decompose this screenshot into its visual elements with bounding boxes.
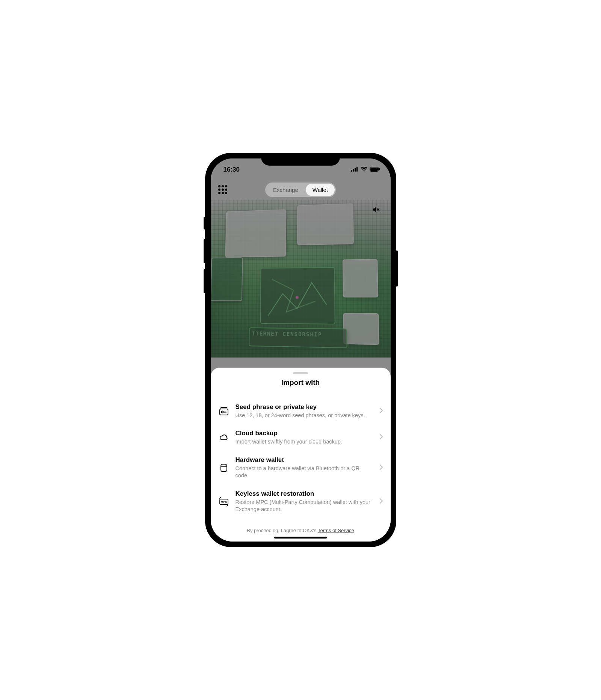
option-title: Hardware wallet — [236, 456, 373, 464]
svg-rect-0 — [351, 170, 352, 172]
sheet-title: Import with — [218, 379, 383, 387]
phone-mute-switch — [204, 217, 206, 229]
cloud-icon — [218, 432, 230, 443]
wifi-icon — [361, 166, 367, 173]
svg-point-7 — [296, 296, 299, 299]
phone-notch — [261, 153, 340, 166]
chevron-right-icon — [379, 464, 383, 472]
hero-banner-text: ITERNET CENSORSHIP — [249, 327, 347, 348]
svg-text:MPC: MPC — [220, 500, 227, 504]
phone-volume-up — [204, 239, 206, 263]
phone-power-button — [396, 250, 398, 287]
svg-rect-10 — [221, 464, 227, 472]
home-indicator[interactable] — [274, 537, 327, 539]
option-seed-phrase[interactable]: Seed phrase or private key Use 12, 18, o… — [218, 398, 383, 425]
option-desc: Import wallet swiftly from your cloud ba… — [236, 438, 373, 446]
terms-prefix: By proceeding, I agree to OKX's — [247, 528, 318, 533]
tab-exchange[interactable]: Exchange — [266, 184, 305, 196]
option-desc: Use 12, 18, or 24-word seed phrases, or … — [236, 412, 373, 419]
svg-rect-1 — [353, 169, 354, 172]
hardware-wallet-icon — [218, 462, 230, 474]
option-cloud-backup[interactable]: Cloud backup Import wallet swiftly from … — [218, 424, 383, 451]
battery-icon — [370, 166, 380, 173]
terms-of-service-link[interactable]: Terms of Service — [318, 528, 354, 533]
svg-rect-2 — [355, 168, 356, 172]
status-time: 16:30 — [223, 166, 240, 173]
option-title: Seed phrase or private key — [236, 403, 373, 411]
app-header: Exchange Wallet — [211, 179, 391, 200]
mode-segmented-control: Exchange Wallet — [265, 183, 336, 197]
phone-volume-down — [204, 269, 206, 293]
svg-rect-6 — [379, 168, 380, 170]
option-title: Keyless wallet restoration — [236, 490, 373, 498]
chevron-right-icon — [379, 434, 383, 441]
device-frame-container: 16:30 E — [111, 129, 490, 571]
option-desc: Connect to a hardware wallet via Bluetoo… — [236, 465, 373, 480]
sheet-drag-handle[interactable] — [293, 372, 308, 374]
phone-outline: 16:30 E — [205, 153, 396, 547]
phone-screen: 16:30 E — [211, 158, 391, 542]
import-bottom-sheet: Import with Seed phrase or private key — [211, 368, 391, 542]
mpc-icon: MPC — [218, 496, 230, 507]
hero-background: ITERNET CENSORSHIP — [211, 200, 391, 358]
option-desc: Restore MPC (Multi-Party Computation) wa… — [236, 499, 373, 513]
terms-footer: By proceeding, I agree to OKX's Terms of… — [218, 528, 383, 533]
menu-grid-icon[interactable] — [218, 185, 227, 194]
key-card-icon — [218, 406, 230, 417]
cellular-icon — [351, 166, 358, 173]
option-keyless-restoration[interactable]: MPC Keyless wallet restoration Restore M… — [218, 485, 383, 519]
svg-rect-3 — [356, 167, 358, 172]
chevron-right-icon — [379, 498, 383, 505]
status-indicators — [351, 166, 380, 173]
option-hardware-wallet[interactable]: Hardware wallet Connect to a hardware wa… — [218, 451, 383, 485]
svg-rect-5 — [370, 167, 378, 171]
chevron-right-icon — [379, 407, 383, 415]
mute-icon[interactable] — [372, 205, 380, 215]
tab-wallet[interactable]: Wallet — [306, 184, 335, 196]
option-title: Cloud backup — [236, 430, 373, 437]
